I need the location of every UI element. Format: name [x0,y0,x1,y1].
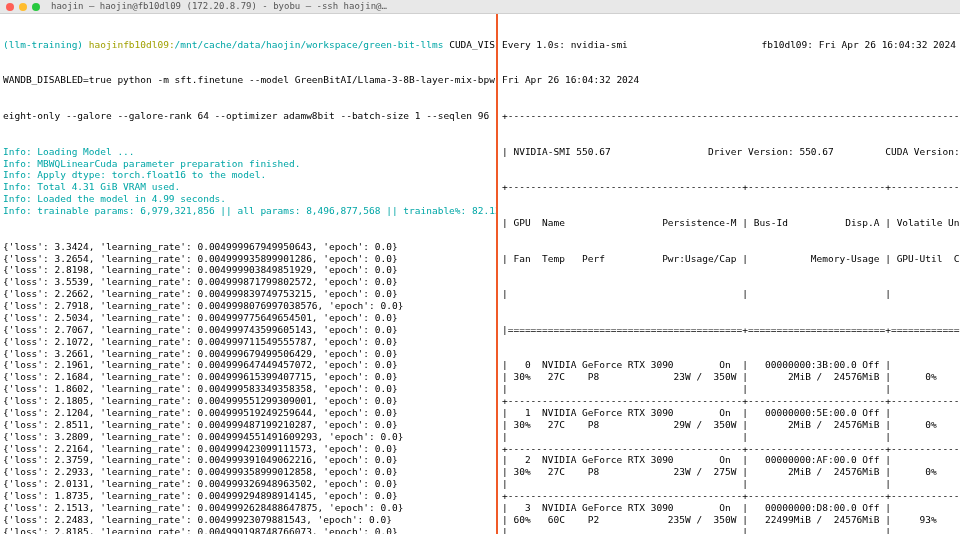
loss-line: {'loss': 2.7918, 'learning_rate': 0.0049… [3,300,493,312]
cmd-line-1: WANDB_DISABLED=true python -m sft.finetu… [3,74,493,86]
smi-date: Fri Apr 26 16:04:32 2024 [502,74,956,86]
loss-line: {'loss': 2.1961, 'learning_rate': 0.0049… [3,359,493,371]
hline: +---------------------------------------… [502,110,956,122]
loss-line: {'loss': 2.5034, 'learning_rate': 0.0049… [3,312,493,324]
info-line: Info: Apply dtype: torch.float16 to the … [3,169,493,181]
prompt-line: (llm-training) haojinfb10dl09:/mnt/cache… [3,39,493,51]
gpu-row: | | | N/A | [502,478,956,490]
loss-line: {'loss': 3.2809, 'learning_rate': 0.0049… [3,431,493,443]
loss-line: {'loss': 2.2164, 'learning_rate': 0.0049… [3,443,493,455]
traffic-lights [6,3,40,11]
gpu-header-3: | | | MIG M. | [502,288,956,300]
loss-line: {'loss': 3.5539, 'learning_rate': 0.0049… [3,276,493,288]
cmd-line-2: eight-only --galore --galore-rank 64 --o… [3,110,493,122]
left-pane[interactable]: (llm-training) haojinfb10dl09:/mnt/cache… [0,14,498,534]
cwd: /mnt/cache/data/haojin/workspace/green-b… [175,39,444,50]
gpu-row: | 30% 27C P8 23W / 350W | 2MiB / 24576Mi… [502,371,956,383]
gpu-table: | 0 NVIDIA GeForce RTX 3090 On | 0000000… [502,359,956,534]
conda-env: (llm-training) [3,39,83,50]
zoom-icon[interactable] [32,3,40,11]
loss-line: {'loss': 2.1513, 'learning_rate': 0.0049… [3,502,493,514]
watch-cmd: Every 1.0s: nvidia-smi [502,39,628,51]
right-pane[interactable]: Every 1.0s: nvidia-smi fb10dl09: Fri Apr… [498,14,960,534]
terminal[interactable]: (llm-training) haojinfb10dl09:/mnt/cache… [0,14,960,534]
info-line: Info: Loaded the model in 4.99 seconds. [3,193,493,205]
loss-line: {'loss': 2.2483, 'learning_rate': 0.0049… [3,514,493,526]
loss-line: {'loss': 2.8185, 'learning_rate': 0.0049… [3,526,493,534]
loss-line: {'loss': 2.8198, 'learning_rate': 0.0049… [3,264,493,276]
loss-line: {'loss': 2.2662, 'learning_rate': 0.0049… [3,288,493,300]
loss-line: {'loss': 2.7067, 'learning_rate': 0.0049… [3,324,493,336]
close-icon[interactable] [6,3,14,11]
gpu-row: | 1 NVIDIA GeForce RTX 3090 On | 0000000… [502,407,956,419]
window-title: haojin — haojin@fb10dl09 (172.20.8.79) -… [51,1,387,12]
gpu-header-1: | GPU Name Persistence-M | Bus-Id Disp.A… [502,217,956,229]
cmd-prefix: CUDA_VISIBLE_DEVICES=3 [449,39,498,50]
hline: +---------------------------------------… [502,395,956,407]
loss-line: {'loss': 2.2933, 'learning_rate': 0.0049… [3,466,493,478]
hline: +---------------------------------------… [502,181,956,193]
info-block: Info: Loading Model ...Info: MBWQLinearC… [3,146,493,217]
gpu-row: | 0 NVIDIA GeForce RTX 3090 On | 0000000… [502,359,956,371]
info-line: Info: trainable params: 6,979,321,856 ||… [3,205,493,217]
loss-line: {'loss': 1.8735, 'learning_rate': 0.0049… [3,490,493,502]
loss-line: {'loss': 3.2661, 'learning_rate': 0.0049… [3,348,493,360]
loss-line: {'loss': 2.3759, 'learning_rate': 0.0049… [3,454,493,466]
window-titlebar: haojin — haojin@fb10dl09 (172.20.8.79) -… [0,0,960,14]
loss-line: {'loss': 3.2654, 'learning_rate': 0.0049… [3,253,493,265]
gpu-row: | 30% 27C P8 23W / 275W | 2MiB / 24576Mi… [502,466,956,478]
host: haojinfb10dl09: [89,39,175,50]
watch-header: Every 1.0s: nvidia-smi fb10dl09: Fri Apr… [502,39,956,51]
training-output: {'loss': 3.3424, 'learning_rate': 0.0049… [3,241,493,534]
hline: +---------------------------------------… [502,443,956,455]
info-line: Info: Loading Model ... [3,146,493,158]
loss-line: {'loss': 2.0131, 'learning_rate': 0.0049… [3,478,493,490]
loss-line: {'loss': 2.1805, 'learning_rate': 0.0049… [3,395,493,407]
gpu-row: | | | N/A | [502,431,956,443]
gpu-row: | 2 NVIDIA GeForce RTX 3090 On | 0000000… [502,454,956,466]
minimize-icon[interactable] [19,3,27,11]
loss-line: {'loss': 1.8602, 'learning_rate': 0.0049… [3,383,493,395]
gpu-row: | 30% 27C P8 29W / 350W | 2MiB / 24576Mi… [502,419,956,431]
gpu-row: | | | N/A | [502,526,956,534]
loss-line: {'loss': 2.1684, 'learning_rate': 0.0049… [3,371,493,383]
loss-line: {'loss': 3.3424, 'learning_rate': 0.0049… [3,241,493,253]
gpu-row: | 3 NVIDIA GeForce RTX 3090 On | 0000000… [502,502,956,514]
hline: |=======================================… [502,324,956,336]
loss-line: {'loss': 2.8511, 'learning_rate': 0.0049… [3,419,493,431]
info-line: Info: Total 4.31 GiB VRAM used. [3,181,493,193]
gpu-row: | | | N/A | [502,383,956,395]
watch-host-time: fb10dl09: Fri Apr 26 16:04:32 2024 [762,39,956,51]
gpu-header-2: | Fan Temp Perf Pwr:Usage/Cap | Memory-U… [502,253,956,265]
smi-versions: | NVIDIA-SMI 550.67 Driver Version: 550.… [502,146,956,158]
info-line: Info: MBWQLinearCuda parameter preparati… [3,158,493,170]
loss-line: {'loss': 2.1072, 'learning_rate': 0.0049… [3,336,493,348]
loss-line: {'loss': 2.1204, 'learning_rate': 0.0049… [3,407,493,419]
hline: +---------------------------------------… [502,490,956,502]
gpu-row: | 60% 60C P2 235W / 350W | 22499MiB / 24… [502,514,956,526]
